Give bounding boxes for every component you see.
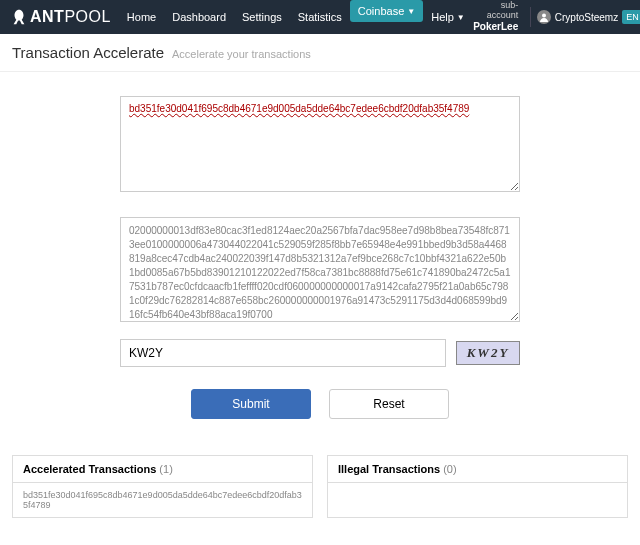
ant-logo-icon <box>10 8 28 26</box>
sub-account-display[interactable]: current sub-account PokerLee ▼ <box>473 0 518 45</box>
accelerated-panel-body: bd351fe30d041f695c8db4671e9d005da5dde64b… <box>13 483 312 517</box>
logo-text: ANTPOOL <box>30 8 111 26</box>
nav-home[interactable]: Home <box>119 0 164 34</box>
accelerated-panel: Accelerated Transactions (1) bd351fe30d0… <box>12 455 313 518</box>
chevron-down-icon: ▼ <box>510 35 518 44</box>
language-badge[interactable]: EN <box>622 10 640 24</box>
divider <box>530 7 531 27</box>
page-subtitle: Accelerate your transactions <box>172 48 311 60</box>
chevron-down-icon: ▼ <box>407 7 415 16</box>
avatar-icon <box>537 10 551 24</box>
page-title: Transaction Accelerate <box>12 44 164 61</box>
accelerated-panel-head: Accelerated Transactions (1) <box>13 456 312 483</box>
form-area: KW2Y Submit Reset <box>0 72 640 439</box>
nav-links: Home Dashboard Settings Statistics Coinb… <box>119 0 473 34</box>
illegal-panel-head: Illegal Transactions (0) <box>328 456 627 483</box>
username: CryptoSteemz <box>555 12 618 23</box>
txid-input[interactable] <box>120 96 520 192</box>
nav-settings[interactable]: Settings <box>234 0 290 34</box>
sub-account-value: PokerLee ▼ <box>473 21 518 45</box>
captcha-image[interactable]: KW2Y <box>456 341 520 365</box>
logo[interactable]: ANTPOOL <box>10 8 111 26</box>
nav-statistics[interactable]: Statistics <box>290 0 350 34</box>
nav-right: current sub-account PokerLee ▼ CryptoSte… <box>473 0 640 45</box>
svg-point-0 <box>542 14 546 18</box>
chevron-down-icon: ▼ <box>457 13 465 22</box>
navbar: ANTPOOL Home Dashboard Settings Statisti… <box>0 0 640 34</box>
rawtx-input[interactable] <box>120 217 520 322</box>
illegal-panel-body <box>328 483 627 501</box>
submit-button[interactable]: Submit <box>191 389 311 419</box>
user-menu[interactable]: CryptoSteemz EN <box>537 10 640 24</box>
nav-coinbase[interactable]: Coinbase▼ <box>350 0 423 22</box>
captcha-row: KW2Y <box>120 339 520 367</box>
bottom-panels: Accelerated Transactions (1) bd351fe30d0… <box>0 439 640 538</box>
sub-account-label: current sub-account <box>473 0 518 21</box>
nav-help[interactable]: Help▼ <box>423 0 473 34</box>
accelerated-tx-item: bd351fe30d041f695c8db4671e9d005da5dde64b… <box>23 490 302 510</box>
reset-button[interactable]: Reset <box>329 389 449 419</box>
captcha-input[interactable] <box>120 339 446 367</box>
nav-dashboard[interactable]: Dashboard <box>164 0 234 34</box>
button-row: Submit Reset <box>120 389 520 419</box>
illegal-panel: Illegal Transactions (0) <box>327 455 628 518</box>
